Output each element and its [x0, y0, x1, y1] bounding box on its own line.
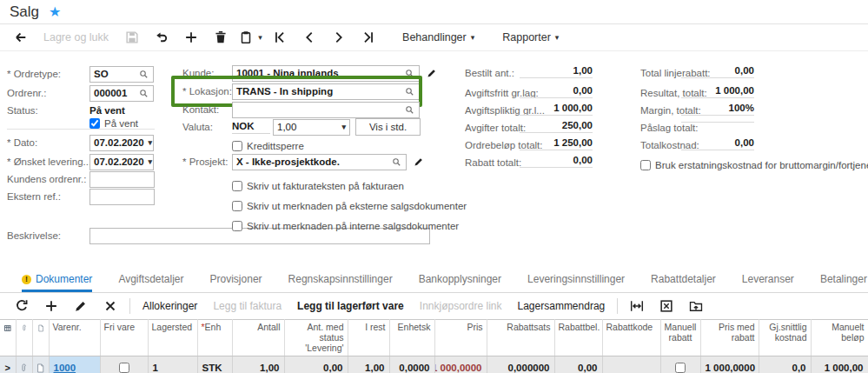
copy-paste-button[interactable]: ▾: [235, 26, 265, 49]
onsket-levering-field[interactable]: 07.02.2020 ▾: [89, 154, 154, 170]
search-icon[interactable]: [391, 157, 402, 168]
tab-leveringsinnstillinger[interactable]: Leveringsinnstillinger: [527, 269, 625, 292]
edit-row-button[interactable]: [66, 296, 96, 316]
add-stock-item-button[interactable]: Legg til lagerført vare: [289, 296, 412, 316]
go-last-button[interactable]: [354, 26, 383, 49]
chevron-down-icon[interactable]: ▾: [149, 139, 153, 147]
col-rabattsats-cell[interactable]: 0,000000: [487, 356, 554, 373]
col-i-rest-header[interactable]: I rest: [348, 320, 389, 356]
ekstern-ref-input[interactable]: [94, 190, 150, 203]
col-enhetsk-header[interactable]: Enhetsk: [389, 320, 434, 356]
erstatningskostnad-checkbox[interactable]: [640, 160, 651, 170]
fit-width-button[interactable]: [622, 296, 652, 316]
col-enh-header[interactable]: *Enh: [197, 320, 232, 356]
chevron-down-icon[interactable]: ▾: [149, 158, 153, 166]
col-pris-med-rabatt-header[interactable]: Pris med rabatt: [700, 320, 759, 356]
col-fri-vare-header[interactable]: Fri vare: [100, 320, 148, 356]
col-varenr-header[interactable]: Varenr.: [49, 320, 100, 356]
col-pris-cell[interactable]: !1 000,0000: [434, 356, 487, 373]
delete-row-button[interactable]: [96, 296, 125, 316]
inventory-summary-button[interactable]: Lagersammendrag: [510, 296, 613, 316]
edit-pencil-icon[interactable]: [426, 67, 438, 79]
col-rabattkode-header[interactable]: Rabattkode: [602, 320, 660, 356]
tab-bankopplysninger[interactable]: Bankopplysninger: [419, 269, 501, 292]
tab-avgiftsdetaljer[interactable]: Avgiftsdetaljer: [118, 269, 183, 292]
export-excel-button[interactable]: [652, 296, 681, 316]
add-invoice-button[interactable]: Legg til faktura: [205, 296, 289, 316]
col-rabattbel-header[interactable]: Rabattbel.: [554, 320, 602, 356]
tab-regnskapsinnstillinger[interactable]: Regnskapsinnstillinger: [288, 269, 393, 292]
kundens-ordrenr-field[interactable]: [89, 171, 155, 188]
col-pris-header[interactable]: Pris: [434, 320, 487, 356]
undo-button[interactable]: [147, 26, 176, 49]
col-manuelt-belop-cell[interactable]: 1 000,00: [811, 356, 868, 373]
col-manuell-rabatt-cell[interactable]: [660, 356, 700, 373]
tab-rabattdetaljer[interactable]: Rabattdetaljer: [651, 269, 716, 292]
col-enhetsk-cell[interactable]: 0,0000: [389, 356, 434, 373]
tab-dokumenter[interactable]: !Dokumenter: [22, 269, 92, 292]
favorite-star-icon[interactable]: ★: [49, 3, 61, 20]
go-previous-button[interactable]: [295, 26, 324, 49]
kundens-ordrenr-input[interactable]: [94, 173, 150, 186]
kredittsperre-checkbox[interactable]: [232, 141, 242, 151]
go-next-button[interactable]: [324, 26, 354, 49]
col-antall-header[interactable]: Antall: [232, 320, 284, 356]
search-icon[interactable]: [404, 104, 415, 116]
tab-leveranser[interactable]: Leveranser: [742, 269, 794, 292]
add-row-button[interactable]: [36, 296, 66, 316]
print-option-checkbox[interactable]: [232, 201, 242, 211]
col-rabattsats-header[interactable]: Rabattsats: [487, 320, 554, 356]
col-manuell-rabatt-header[interactable]: Manuell rabatt: [660, 320, 700, 356]
load-records-button[interactable]: [681, 296, 711, 316]
col-attachments-cell[interactable]: [16, 356, 32, 373]
pa-vent-checkbox[interactable]: [89, 118, 100, 129]
edit-pencil-icon[interactable]: [413, 156, 425, 168]
col-rabattbel-cell[interactable]: 0,00: [554, 356, 602, 373]
col-varenr-cell[interactable]: 1000: [49, 356, 100, 373]
chevron-down-icon[interactable]: ▾: [258, 34, 262, 42]
col-enh-cell[interactable]: STK: [197, 356, 232, 373]
col-pris-med-rabatt-cell[interactable]: 1 000,0000: [700, 356, 759, 373]
col-notes-cell[interactable]: [32, 356, 49, 373]
col-lagersted-header[interactable]: Lagersted: [148, 320, 197, 356]
col-antall-cell[interactable]: 1,00: [232, 356, 284, 373]
col-row-settings-header[interactable]: [0, 320, 16, 356]
col-ant-med-status-cell[interactable]: 0,00: [284, 356, 348, 373]
delete-button[interactable]: [206, 26, 235, 49]
col-i-rest-cell[interactable]: 1,00: [348, 356, 389, 373]
col-fri-vare-cell[interactable]: [100, 356, 148, 373]
col-notes-header[interactable]: [32, 320, 49, 356]
prosjekt-lookup[interactable]: X - Ikke-prosjektkode.: [232, 154, 407, 170]
chevron-down-icon[interactable]: ▾: [341, 123, 346, 131]
ordretype-lookup[interactable]: SO: [89, 66, 154, 83]
ekstern-ref-field[interactable]: [89, 189, 155, 205]
valuta-rate-combo[interactable]: 1,00 ▾: [273, 119, 350, 136]
col-lagersted-cell[interactable]: 1: [148, 356, 197, 373]
ordrenr-lookup[interactable]: 000001: [89, 85, 154, 102]
reports-menu[interactable]: Rapporter▾: [494, 26, 567, 49]
vis-i-std-button[interactable]: Vis i std.: [355, 118, 421, 136]
refresh-button[interactable]: [7, 296, 36, 316]
actions-menu[interactable]: Behandlinger▾: [394, 26, 483, 49]
col-manuelt-belop-header[interactable]: Manuelt beløp: [811, 320, 868, 356]
search-icon[interactable]: [138, 88, 149, 99]
col-ant-med-status-header[interactable]: Ant. med status 'Levering': [284, 320, 348, 356]
col-gj-snittlig-kostnad-header[interactable]: Gj.snittlig kostnad: [759, 320, 811, 356]
kontakt-lookup[interactable]: [232, 102, 420, 118]
tab-provisjoner[interactable]: Provisjoner: [210, 269, 262, 292]
purchase-order-link-button[interactable]: Innkjøpsordre link: [412, 296, 510, 316]
add-button[interactable]: [176, 26, 206, 49]
go-first-button[interactable]: [265, 26, 295, 49]
print-option-checkbox[interactable]: [232, 181, 242, 191]
col-attachments-header[interactable]: [16, 320, 32, 356]
save-button[interactable]: [117, 26, 147, 49]
save-and-close-button[interactable]: Lagre og lukk: [35, 26, 117, 49]
tab-betalinger[interactable]: Betalinger: [820, 269, 867, 292]
dato-field[interactable]: 07.02.2020 ▾: [89, 135, 154, 151]
kunde-lookup[interactable]: 10001 - Nina innlands: [232, 65, 420, 82]
item-link[interactable]: 1000: [54, 363, 76, 373]
search-icon[interactable]: [404, 68, 415, 79]
col-manuell-rabatt-checkbox[interactable]: [675, 363, 686, 373]
search-icon[interactable]: [138, 69, 149, 80]
col-rabattkode-cell[interactable]: [602, 356, 660, 373]
